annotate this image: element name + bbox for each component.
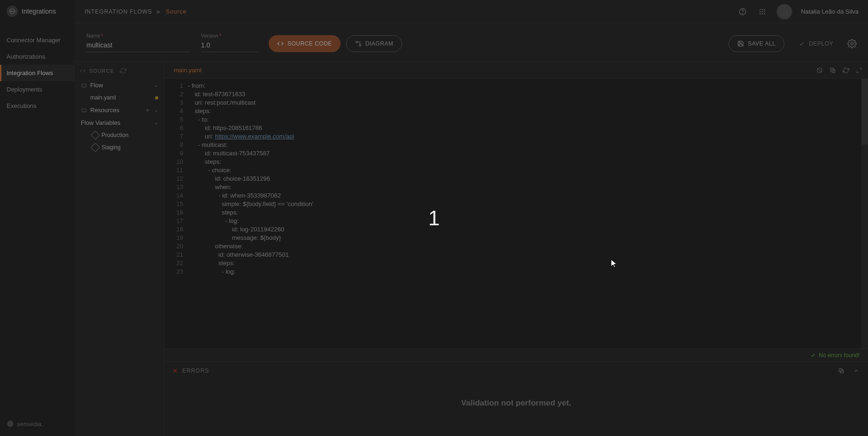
svg-point-13 bbox=[356, 41, 358, 43]
tree-var-staging[interactable]: Staging bbox=[80, 142, 159, 153]
errors-tools bbox=[837, 367, 860, 375]
svg-point-3 bbox=[743, 13, 743, 14]
source-code-button[interactable]: SOURCE CODE bbox=[269, 35, 341, 52]
tab-label: main.yaml bbox=[174, 67, 202, 74]
minimap[interactable] bbox=[861, 79, 868, 349]
sidebar-item-connector-manager[interactable]: Connector Manager bbox=[0, 32, 75, 48]
minimap-thumb[interactable] bbox=[861, 79, 868, 145]
chevron-down-icon: ⌄ bbox=[154, 82, 158, 88]
svg-point-11 bbox=[762, 13, 763, 15]
copy-icon[interactable] bbox=[829, 66, 837, 75]
topbar-right: Natalia Leão da Silva bbox=[737, 4, 859, 20]
line-gutter: 1234567891011121314151617181920212223 bbox=[164, 79, 188, 349]
svg-point-4 bbox=[760, 9, 761, 10]
topbar: INTEGRATION FLOWS ▶ Source Natalia Leão … bbox=[75, 0, 868, 23]
button-label: SAVE ALL bbox=[748, 40, 775, 47]
diagram-icon bbox=[355, 40, 362, 47]
variable-icon bbox=[91, 143, 100, 152]
source-tree-header: SOURCE bbox=[80, 68, 159, 74]
user-name: Natalia Leão da Silva bbox=[801, 8, 859, 15]
dirty-indicator-icon bbox=[155, 96, 158, 99]
sidebar-item-deployments[interactable]: Deployments bbox=[0, 81, 75, 98]
breadcrumb-root[interactable]: INTEGRATION FLOWS bbox=[85, 8, 152, 15]
chevron-right-icon: ▶ bbox=[157, 9, 161, 14]
refresh-icon[interactable] bbox=[842, 66, 850, 75]
tree-flow-folder[interactable]: Flow ⌄ bbox=[80, 80, 159, 91]
errors-header: ERRORS bbox=[164, 362, 868, 380]
right-actions: SAVE ALL DEPLOY bbox=[728, 35, 857, 52]
tree-label: Staging bbox=[101, 144, 158, 151]
tree-flow-variables[interactable]: Flow Variables ⌄ bbox=[80, 117, 159, 128]
apps-grid-icon[interactable] bbox=[757, 6, 768, 17]
nav-label: Integration Flows bbox=[7, 69, 53, 76]
help-icon[interactable] bbox=[737, 6, 748, 17]
svg-point-8 bbox=[762, 11, 763, 12]
main-content: INTEGRATION FLOWS ▶ Source Natalia Leão … bbox=[75, 0, 868, 436]
deploy-icon bbox=[798, 40, 805, 47]
sidebar-item-executions[interactable]: Executions bbox=[0, 98, 75, 114]
code-editor[interactable]: 1234567891011121314151617181920212223 - … bbox=[164, 79, 868, 349]
button-label: SOURCE CODE bbox=[287, 40, 332, 47]
brand-logo-icon bbox=[7, 420, 14, 428]
source-tree-panel: SOURCE Flow ⌄ main.yaml Resources + ⌄ bbox=[75, 62, 164, 436]
svg-point-9 bbox=[764, 11, 765, 12]
deploy-button[interactable]: DEPLOY bbox=[790, 36, 842, 52]
add-icon[interactable]: + bbox=[146, 107, 149, 114]
errors-message: Validation not performed yet. bbox=[461, 398, 571, 408]
errors-label: ERRORS bbox=[182, 367, 209, 374]
save-icon bbox=[737, 40, 744, 47]
sidebar-item-authorizations[interactable]: Authorizations bbox=[0, 48, 75, 65]
sidebar: Integrations Connector Manager Authoriza… bbox=[0, 0, 75, 436]
editor-tab-main[interactable]: main.yaml bbox=[169, 64, 206, 76]
version-label: Version* bbox=[201, 33, 257, 38]
tree-label: Flow Variables bbox=[81, 119, 151, 126]
settings-icon[interactable] bbox=[847, 39, 857, 48]
sidebar-footer: sensedia. bbox=[0, 412, 75, 436]
collapse-icon[interactable] bbox=[852, 367, 860, 375]
svg-point-7 bbox=[760, 11, 761, 12]
name-field-wrap: Name* bbox=[86, 33, 190, 52]
status-text: No errors found! bbox=[819, 352, 860, 359]
diagram-button[interactable]: DIAGRAM bbox=[346, 35, 403, 52]
sidebar-header: Integrations bbox=[0, 0, 75, 23]
chevron-down-icon: ⌄ bbox=[154, 107, 158, 113]
svg-point-15 bbox=[851, 43, 853, 45]
svg-point-12 bbox=[764, 13, 765, 15]
tree-var-production[interactable]: Production bbox=[80, 130, 159, 140]
tree-label: Resources bbox=[90, 107, 143, 114]
svg-point-10 bbox=[760, 13, 761, 15]
breadcrumb-leaf: Source bbox=[166, 8, 186, 15]
tree-label: Flow bbox=[90, 82, 151, 89]
check-icon bbox=[810, 352, 816, 358]
name-label: Name* bbox=[86, 33, 190, 38]
nav-label: Connector Manager bbox=[7, 37, 61, 44]
variable-icon bbox=[91, 130, 100, 140]
user-avatar[interactable] bbox=[776, 4, 792, 20]
tree-file-main[interactable]: main.yaml bbox=[80, 92, 159, 103]
app-title: Integrations bbox=[22, 8, 56, 15]
brand-label: sensedia. bbox=[17, 421, 43, 428]
button-label: DEPLOY bbox=[809, 40, 833, 47]
copy-icon[interactable] bbox=[837, 367, 845, 375]
version-field-wrap: Version* bbox=[201, 33, 257, 52]
refresh-icon[interactable] bbox=[120, 68, 126, 74]
svg-point-5 bbox=[762, 9, 763, 10]
disable-icon[interactable] bbox=[815, 66, 824, 75]
editor-tabs: main.yaml bbox=[164, 62, 868, 79]
nav-label: Authorizations bbox=[7, 53, 45, 60]
name-input[interactable] bbox=[86, 38, 190, 52]
svg-point-1 bbox=[7, 421, 13, 427]
form-row: Name* Version* SOURCE CODE DIAGRAM bbox=[75, 23, 868, 62]
tree-header-label: SOURCE bbox=[89, 68, 114, 74]
tree-resources-folder[interactable]: Resources + ⌄ bbox=[80, 105, 159, 115]
breadcrumb: INTEGRATION FLOWS ▶ Source bbox=[85, 8, 186, 15]
nav-label: Executions bbox=[7, 102, 37, 109]
save-all-button[interactable]: SAVE ALL bbox=[728, 35, 784, 52]
expand-icon[interactable] bbox=[855, 66, 863, 75]
folder-icon bbox=[81, 107, 87, 114]
workspace: SOURCE Flow ⌄ main.yaml Resources + ⌄ bbox=[75, 62, 868, 436]
editor-tools bbox=[815, 66, 863, 75]
version-input[interactable] bbox=[201, 38, 257, 52]
sidebar-item-integration-flows[interactable]: Integration Flows bbox=[0, 65, 75, 81]
code-lines: - from: id: test-873671633 uri: rest:pos… bbox=[188, 79, 313, 349]
